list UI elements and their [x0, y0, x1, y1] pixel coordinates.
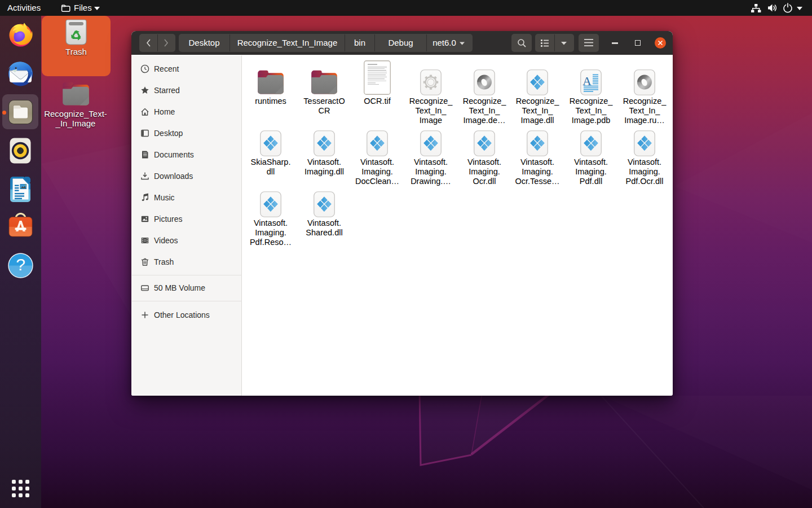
svg-text:?: ? [16, 255, 25, 274]
